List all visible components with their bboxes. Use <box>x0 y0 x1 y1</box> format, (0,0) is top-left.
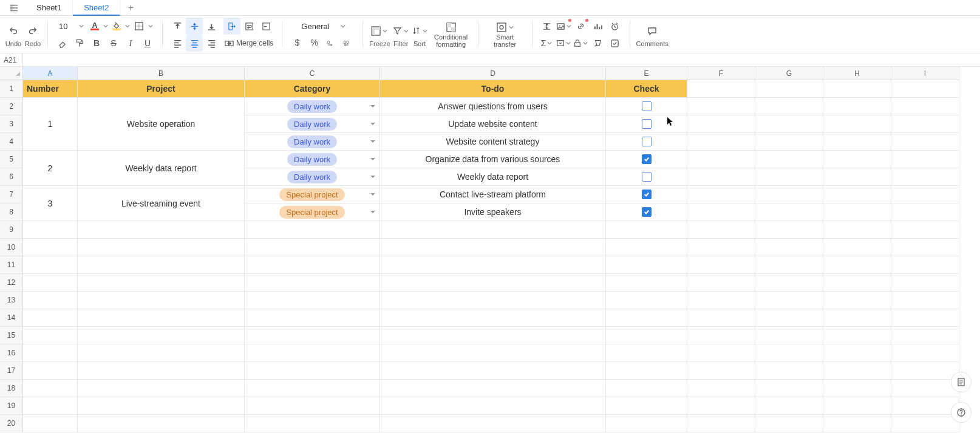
empty-cell[interactable] <box>245 380 380 397</box>
help-button[interactable] <box>951 402 971 423</box>
row-header[interactable]: 6 <box>0 168 23 186</box>
chevron-down-icon[interactable] <box>370 190 376 199</box>
column-header-F[interactable]: F <box>687 67 755 80</box>
cell-project[interactable]: Website operation <box>78 98 245 151</box>
empty-cell[interactable] <box>823 292 891 309</box>
format-painter-button[interactable] <box>71 35 88 52</box>
empty-cell[interactable] <box>23 309 78 327</box>
empty-cell[interactable] <box>245 239 380 256</box>
empty-cell[interactable] <box>891 115 959 133</box>
row-header[interactable]: 4 <box>0 133 23 151</box>
empty-cell[interactable] <box>687 415 755 432</box>
chevron-down-icon[interactable] <box>370 207 376 217</box>
empty-cell[interactable] <box>823 256 891 274</box>
empty-cell[interactable] <box>380 362 606 380</box>
cell-check[interactable] <box>606 186 687 203</box>
empty-cell[interactable] <box>380 309 606 327</box>
chevron-down-icon[interactable] <box>370 172 376 182</box>
empty-cell[interactable] <box>78 292 245 309</box>
empty-cell[interactable] <box>891 292 959 309</box>
empty-cell[interactable] <box>78 362 245 380</box>
empty-cell[interactable] <box>891 309 959 327</box>
empty-cell[interactable] <box>755 327 823 344</box>
empty-cell[interactable] <box>687 292 755 309</box>
empty-cell[interactable] <box>891 256 959 274</box>
empty-cell[interactable] <box>245 397 380 415</box>
empty-cell[interactable] <box>78 380 245 397</box>
empty-cell[interactable] <box>755 309 823 327</box>
empty-cell[interactable] <box>78 309 245 327</box>
empty-cell[interactable] <box>891 397 959 415</box>
font-color-button[interactable]: A <box>87 18 103 34</box>
merge-cells-button[interactable]: Merge cells <box>222 35 276 52</box>
checkbox-button[interactable] <box>607 35 624 52</box>
empty-cell[interactable] <box>606 327 687 344</box>
empty-cell[interactable] <box>380 239 606 256</box>
row-header[interactable]: 1 <box>0 80 23 98</box>
redo-button[interactable] <box>24 22 41 39</box>
valign-middle-button[interactable] <box>186 18 203 35</box>
empty-cell[interactable] <box>891 80 959 98</box>
empty-cell[interactable] <box>23 221 78 239</box>
empty-cell[interactable] <box>687 397 755 415</box>
empty-cell[interactable] <box>755 362 823 380</box>
name-box[interactable]: A21 <box>0 53 23 67</box>
empty-cell[interactable] <box>23 362 78 380</box>
wrap-clip-button[interactable] <box>257 18 274 35</box>
empty-cell[interactable] <box>823 80 891 98</box>
empty-cell[interactable] <box>755 380 823 397</box>
empty-cell[interactable] <box>380 397 606 415</box>
empty-cell[interactable] <box>823 380 891 397</box>
checkbox[interactable] <box>642 119 652 129</box>
row-header[interactable]: 2 <box>0 98 23 115</box>
row-header[interactable]: 3 <box>0 115 23 133</box>
empty-cell[interactable] <box>823 239 891 256</box>
percent-button[interactable]: % <box>305 34 322 51</box>
checkbox[interactable] <box>642 154 652 164</box>
empty-cell[interactable] <box>891 380 959 397</box>
empty-cell[interactable] <box>380 292 606 309</box>
empty-cell[interactable] <box>891 362 959 380</box>
cell-check[interactable] <box>606 151 687 168</box>
empty-cell[interactable] <box>823 168 891 186</box>
empty-cell[interactable] <box>891 344 959 362</box>
empty-cell[interactable] <box>755 397 823 415</box>
empty-cell[interactable] <box>755 168 823 186</box>
cell-todo[interactable]: Weekly data report <box>380 168 606 186</box>
empty-cell[interactable] <box>823 133 891 151</box>
chevron-down-icon[interactable] <box>370 101 376 111</box>
cell-todo[interactable]: Contact live-stream platform <box>380 186 606 203</box>
currency-button[interactable]: $ <box>288 34 305 51</box>
row-header[interactable]: 16 <box>0 344 23 362</box>
empty-cell[interactable] <box>687 80 755 98</box>
empty-cell[interactable] <box>823 203 891 221</box>
empty-cell[interactable] <box>891 186 959 203</box>
empty-cell[interactable] <box>23 274 78 292</box>
empty-cell[interactable] <box>891 168 959 186</box>
empty-cell[interactable] <box>687 344 755 362</box>
cell-category[interactable]: Special project <box>245 186 380 203</box>
empty-cell[interactable] <box>891 133 959 151</box>
empty-cell[interactable] <box>606 344 687 362</box>
insert-image-button[interactable] <box>556 18 573 35</box>
spreadsheet-grid[interactable]: ABCDEFGHI1NumberProjectCategoryTo-doChec… <box>0 67 980 432</box>
insert-link-button[interactable] <box>573 18 590 35</box>
empty-cell[interactable] <box>823 115 891 133</box>
row-height-button[interactable] <box>539 18 556 35</box>
column-header-I[interactable]: I <box>891 67 959 80</box>
cell-check[interactable] <box>606 133 687 151</box>
halign-center-button[interactable] <box>186 35 203 52</box>
row-header[interactable]: 13 <box>0 292 23 309</box>
cell-category[interactable]: Special project <box>245 203 380 221</box>
empty-cell[interactable] <box>606 239 687 256</box>
empty-cell[interactable] <box>823 397 891 415</box>
empty-cell[interactable] <box>891 151 959 168</box>
side-panel-button[interactable] <box>951 372 971 392</box>
fill-color-button[interactable] <box>109 18 124 34</box>
empty-cell[interactable] <box>78 327 245 344</box>
chevron-down-icon[interactable] <box>103 23 109 29</box>
chevron-down-icon[interactable] <box>370 154 376 164</box>
empty-cell[interactable] <box>78 274 245 292</box>
empty-cell[interactable] <box>245 256 380 274</box>
header-check[interactable]: Check <box>606 80 687 98</box>
